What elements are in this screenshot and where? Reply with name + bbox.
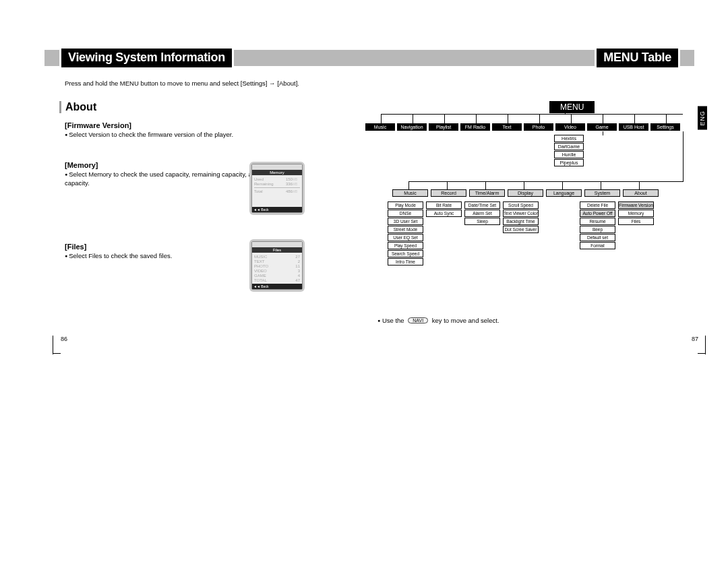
- submenu-item: Search Speed: [388, 250, 423, 257]
- submenu-item: Firmware Version: [618, 201, 654, 209]
- submenu-item: DNSe: [388, 210, 423, 217]
- submenu-item: Text Viewer Color: [503, 210, 539, 217]
- page-number-left: 86: [61, 336, 67, 342]
- top-menu-item: USB Host: [619, 123, 648, 131]
- settings-header: Record: [431, 189, 466, 197]
- files-screenshot: Files MUSIC27 TEXT2 PHOTO11 VIDEO3 GAME4…: [249, 239, 305, 292]
- instruction-text: Press and hold the MENU button to move t…: [65, 80, 299, 87]
- files-table: MUSIC27 TEXT2 PHOTO11 VIDEO3 GAME4 TOTAL…: [254, 254, 300, 282]
- submenu-item: 3D User Set: [388, 218, 423, 225]
- navi-instruction: ● Use the NAVI key to move and select.: [377, 317, 499, 324]
- submenu-item: Play Mode: [388, 201, 423, 209]
- submenu-item: Intro Time: [388, 258, 423, 266]
- submenu-item: Default set: [580, 234, 615, 241]
- game-item: Pipeplus: [554, 159, 584, 166]
- submenu-item: Play Speed: [388, 242, 423, 249]
- memory-table: Used150MB Remaining336MB Total486MB: [254, 177, 300, 193]
- navi-key-icon: NAVI: [408, 317, 428, 323]
- top-menu-item: Video: [555, 123, 585, 131]
- game-item: Hextris: [554, 135, 584, 142]
- game-item: Hurdle: [554, 151, 584, 158]
- submenu-item: Auto Power Off: [580, 210, 615, 217]
- top-menu-item: Game: [587, 123, 617, 131]
- submenu-item: Street Mode: [388, 226, 423, 233]
- settings-header: Display: [508, 189, 543, 197]
- menu-badge: MENU: [549, 101, 595, 113]
- submenu-item: Resume: [580, 218, 615, 225]
- game-submenu: HextrisDartGameHurdlePipeplus: [554, 135, 584, 166]
- crop-mark-icon: [53, 336, 53, 354]
- settings-header: System: [584, 189, 620, 197]
- page-title-left: Viewing System Information: [59, 49, 234, 67]
- submenu-item: Delete File: [580, 201, 615, 209]
- firmware-heading: [Firmware Version]: [65, 121, 295, 129]
- submenu-item: Sleep: [464, 218, 500, 225]
- back-label: ◄◄ Back: [252, 207, 302, 212]
- crop-mark-icon: [705, 336, 706, 354]
- top-menu-item: Music: [365, 123, 395, 131]
- submenu-item: Files: [618, 218, 654, 225]
- files-ss-title: Files: [252, 247, 302, 253]
- settings-header: Time/Alarm: [469, 189, 505, 197]
- submenu-item: Beep: [580, 226, 615, 233]
- submenu-item: Date/Time Set: [464, 201, 500, 209]
- settings-header: Language: [546, 189, 582, 197]
- submenu-item: Backlight Time: [503, 218, 539, 225]
- settings-row: MusicRecordTime/AlarmDisplayLanguageSyst…: [392, 189, 659, 197]
- submenu-item: Alarm Set: [464, 210, 500, 217]
- submenu-item: Memory: [618, 210, 654, 217]
- top-menu-item: Settings: [650, 123, 680, 131]
- memory-ss-title: Memory: [252, 170, 302, 175]
- game-item: DartGame: [554, 143, 584, 150]
- submenu-item: Bit Rate: [426, 201, 462, 209]
- submenu-col-time: Date/Time SetAlarm SetSleep: [464, 201, 500, 225]
- about-heading: About: [59, 101, 295, 113]
- top-menu-item: Navigation: [397, 123, 427, 131]
- page-title-right: MENU Table: [595, 49, 680, 67]
- submenu-col-record: Bit RateAuto Sync: [426, 201, 462, 217]
- top-menu-item: Text: [492, 123, 522, 131]
- submenu-col-music: Play ModeDNSe3D User SetStreet ModeUser …: [388, 201, 423, 266]
- submenu-col-system: Delete FileAuto Power OffResumeBeepDefau…: [580, 201, 615, 249]
- submenu-col-display: Scroll SpeedText Viewer ColorBacklight T…: [503, 201, 539, 233]
- memory-screenshot: Memory Used150MB Remaining336MB Total486…: [249, 162, 305, 215]
- titles-row: Viewing System Information MENU Table: [44, 50, 694, 66]
- top-menu-item: Photo: [524, 123, 553, 131]
- settings-header: About: [623, 189, 659, 197]
- language-tab: ENG: [698, 106, 707, 130]
- settings-submenus: Play ModeDNSe3D User SetStreet ModeUser …: [388, 201, 654, 266]
- submenu-item: Dot Scree Saver: [503, 226, 539, 233]
- page-number-right: 87: [692, 336, 698, 342]
- back-label: ◄◄ Back: [252, 284, 302, 289]
- submenu-item: User EQ Set: [388, 234, 423, 241]
- firmware-text: Select Version to check the firmware ver…: [65, 131, 295, 139]
- top-menu-item: Playlist: [429, 123, 458, 131]
- top-menu-row: MusicNavigationPlaylistFM RadioTextPhoto…: [365, 123, 696, 131]
- submenu-item: Scroll Speed: [503, 201, 539, 209]
- menu-tree: MusicNavigationPlaylistFM RadioTextPhoto…: [365, 123, 696, 131]
- top-menu-item: FM Radio: [460, 123, 490, 131]
- submenu-item: Format: [580, 242, 615, 249]
- submenu-col-about: Firmware VersionMemoryFiles: [618, 201, 654, 225]
- settings-header: Music: [392, 189, 428, 197]
- submenu-item: Auto Sync: [426, 210, 462, 217]
